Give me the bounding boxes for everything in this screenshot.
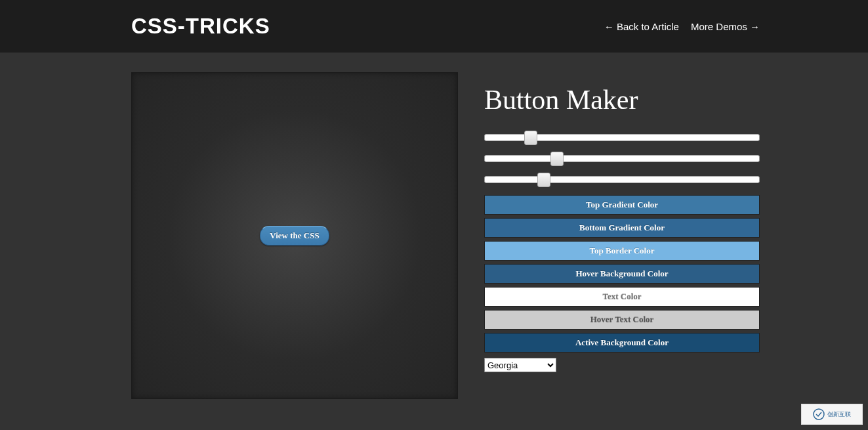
preview-panel: View the CSS (131, 72, 458, 399)
slider-2[interactable] (484, 155, 760, 162)
watermark-text: 创新互联 (827, 410, 851, 419)
color-row-5[interactable]: Hover Text Color (484, 310, 760, 330)
nav-links: ← Back to Article More Demos → (604, 21, 760, 32)
controls-panel: Button Maker Top Gradient ColorBottom Gr… (484, 72, 760, 399)
font-select[interactable]: Georgia (484, 358, 556, 372)
svg-point-0 (814, 409, 824, 419)
slider-1[interactable] (484, 134, 760, 141)
page-title: Button Maker (484, 84, 760, 116)
preview-button[interactable]: View the CSS (260, 226, 329, 246)
watermark-icon (813, 408, 825, 420)
color-row-1[interactable]: Bottom Gradient Color (484, 218, 760, 238)
color-row-6[interactable]: Active Background Color (484, 333, 760, 353)
more-demos-link[interactable]: More Demos → (691, 21, 760, 32)
color-row-2[interactable]: Top Border Color (484, 241, 760, 261)
color-row-0[interactable]: Top Gradient Color (484, 195, 760, 215)
watermark-badge: 创新互联 (801, 404, 863, 425)
color-row-3[interactable]: Hover Background Color (484, 264, 760, 284)
header: CSS-TRICKS ← Back to Article More Demos … (0, 0, 868, 53)
color-row-4[interactable]: Text Color (484, 287, 760, 307)
back-to-article-link[interactable]: ← Back to Article (604, 21, 679, 32)
logo: CSS-TRICKS (131, 14, 270, 39)
slider-3[interactable] (484, 176, 760, 183)
main: View the CSS Button Maker Top Gradient C… (0, 53, 868, 399)
